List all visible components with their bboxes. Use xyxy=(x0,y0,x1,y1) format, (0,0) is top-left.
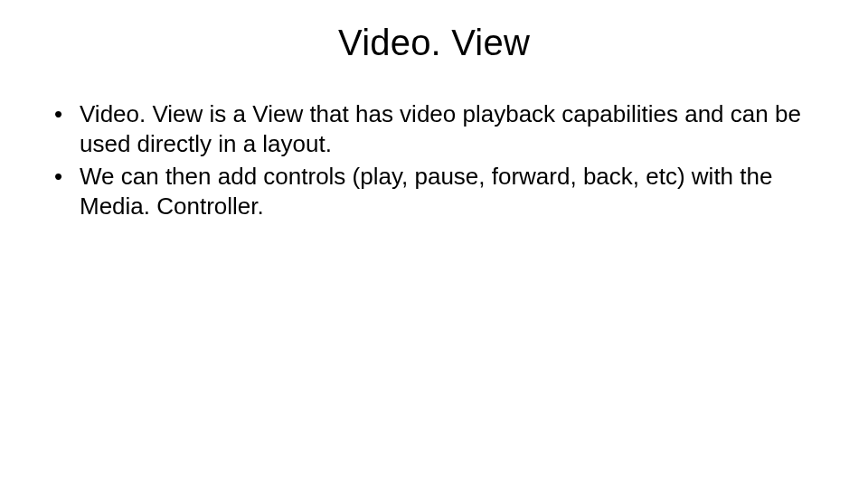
list-item: We can then add controls (play, pause, f… xyxy=(54,162,814,221)
slide: Video. View Video. View is a View that h… xyxy=(0,0,868,488)
slide-title: Video. View xyxy=(36,23,832,63)
bullet-list: Video. View is a View that has video pla… xyxy=(36,99,832,221)
list-item: Video. View is a View that has video pla… xyxy=(54,99,814,158)
